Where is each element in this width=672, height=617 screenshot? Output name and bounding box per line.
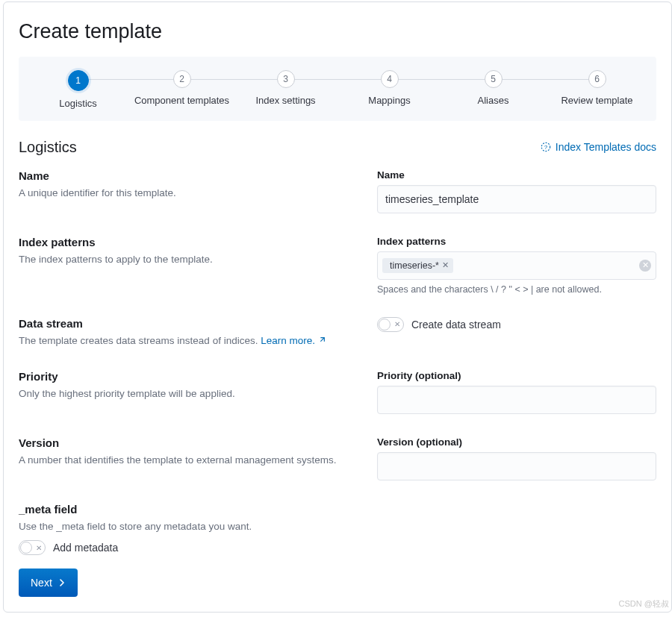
version-field-label: Version (optional) bbox=[377, 436, 656, 448]
step-label: Logistics bbox=[26, 97, 130, 110]
meta-group-desc: Use the _meta field to store any metadat… bbox=[19, 520, 656, 534]
docs-link-label: Index Templates docs bbox=[556, 141, 656, 153]
index-patterns-group-title: Index patterns bbox=[19, 236, 347, 248]
next-button[interactable]: Next bbox=[19, 569, 78, 597]
step-label: Review template bbox=[545, 94, 649, 107]
external-link-icon bbox=[318, 336, 326, 344]
step-label: Aliases bbox=[441, 94, 545, 107]
svg-text:?: ? bbox=[544, 144, 548, 151]
step-label: Component templates bbox=[130, 94, 234, 107]
chevron-right-icon bbox=[58, 579, 66, 586]
priority-group-title: Priority bbox=[19, 370, 347, 383]
page-title: Create template bbox=[19, 20, 656, 43]
step-index-settings[interactable]: 3 Index settings bbox=[234, 70, 337, 110]
version-input[interactable] bbox=[377, 452, 656, 480]
version-group-title: Version bbox=[19, 436, 347, 449]
meta-group-title: _meta field bbox=[19, 503, 656, 516]
data-stream-group-title: Data stream bbox=[19, 317, 347, 330]
step-component-templates[interactable]: 2 Component templates bbox=[130, 70, 234, 110]
clear-all-icon[interactable]: ✕ bbox=[639, 260, 651, 272]
priority-group-desc: Only the highest priority template will … bbox=[19, 387, 347, 401]
index-patterns-combobox[interactable]: timeseries-* ✕ ✕ bbox=[377, 251, 656, 280]
step-label: Mappings bbox=[337, 94, 441, 107]
name-input[interactable] bbox=[377, 185, 656, 213]
add-metadata-label: Add metadata bbox=[53, 542, 118, 554]
toggle-off-icon: ✕ bbox=[36, 544, 42, 552]
learn-more-link[interactable]: Learn more. bbox=[261, 335, 326, 346]
step-logistics[interactable]: 1 Logistics bbox=[26, 70, 130, 110]
step-number: 1 bbox=[68, 70, 89, 91]
step-number: 5 bbox=[485, 70, 503, 88]
step-mappings[interactable]: 4 Mappings bbox=[337, 70, 441, 110]
data-stream-group-desc: The template creates data streams instea… bbox=[19, 334, 347, 348]
step-number: 4 bbox=[381, 70, 399, 88]
index-pattern-pill[interactable]: timeseries-* ✕ bbox=[382, 258, 453, 273]
create-data-stream-label: Create data stream bbox=[411, 319, 501, 331]
remove-pill-icon[interactable]: ✕ bbox=[442, 260, 449, 270]
wizard-stepper: 1 Logistics 2 Component templates 3 Inde… bbox=[19, 57, 656, 121]
version-group-desc: A number that identifies the template to… bbox=[19, 454, 347, 468]
next-button-label: Next bbox=[31, 577, 52, 589]
watermark: CSDN @轻叔 bbox=[619, 598, 669, 610]
name-field-label: Name bbox=[377, 169, 656, 181]
index-patterns-group-desc: The index patterns to apply to the templ… bbox=[19, 253, 347, 267]
name-group-desc: A unique identifier for this template. bbox=[19, 187, 347, 201]
index-patterns-field-label: Index patterns bbox=[377, 236, 656, 247]
section-title: Logistics bbox=[19, 139, 77, 156]
create-data-stream-toggle[interactable]: ✕ bbox=[377, 317, 404, 332]
toggle-off-icon: ✕ bbox=[394, 320, 400, 328]
pill-label: timeseries-* bbox=[390, 260, 439, 271]
step-number: 6 bbox=[588, 70, 606, 88]
priority-input[interactable] bbox=[377, 386, 656, 414]
index-patterns-help: Spaces and the characters \ / ? " < > | … bbox=[377, 284, 656, 295]
step-number: 2 bbox=[173, 70, 191, 88]
step-label: Index settings bbox=[234, 94, 337, 107]
help-icon: ? bbox=[541, 142, 551, 152]
name-group-title: Name bbox=[19, 169, 347, 182]
create-template-panel: Create template 1 Logistics 2 Component … bbox=[3, 1, 672, 613]
add-metadata-toggle[interactable]: ✕ bbox=[19, 540, 46, 555]
step-aliases[interactable]: 5 Aliases bbox=[441, 70, 545, 110]
step-review-template[interactable]: 6 Review template bbox=[545, 70, 649, 110]
index-templates-docs-link[interactable]: ? Index Templates docs bbox=[541, 141, 656, 153]
step-number: 3 bbox=[277, 70, 295, 88]
priority-field-label: Priority (optional) bbox=[377, 370, 656, 381]
